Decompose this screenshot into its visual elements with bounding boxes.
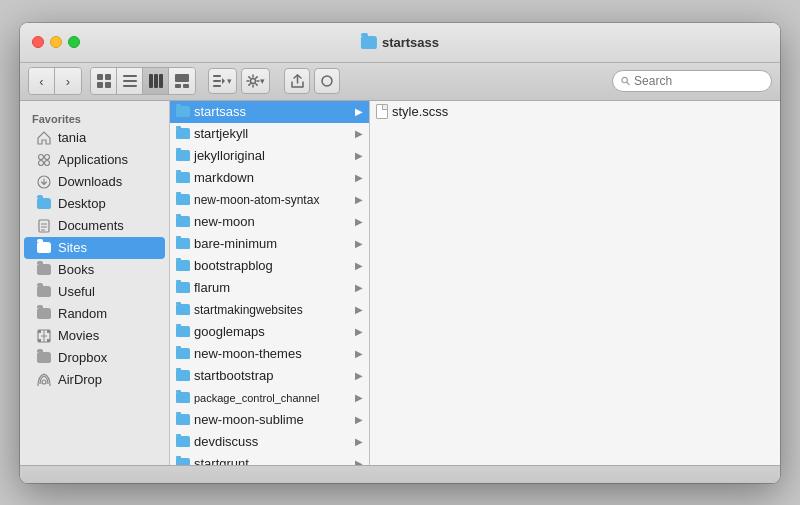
file-item-bareminimum[interactable]: bare-minimum ▶: [170, 233, 369, 255]
sidebar-section-title: Favorites: [20, 109, 169, 127]
svg-point-23: [39, 160, 44, 165]
folder-icon-bareminimum: [176, 238, 190, 249]
svg-rect-34: [47, 339, 50, 342]
random-folder-icon: [36, 306, 52, 322]
share-icon: [291, 74, 304, 88]
file-item-devdiscuss[interactable]: devdiscuss ▶: [170, 431, 369, 453]
file-item-newmoonatomsyntax[interactable]: new-moon-atom-syntax ▶: [170, 189, 369, 211]
file-item-bootstrapblog[interactable]: bootstrapblog ▶: [170, 255, 369, 277]
nav-buttons: ‹ ›: [28, 67, 82, 95]
action-button[interactable]: ▾: [241, 68, 270, 94]
sidebar-item-documents[interactable]: Documents: [24, 215, 165, 237]
file-item-startmakingwebsites[interactable]: startmakingwebsites ▶: [170, 299, 369, 321]
file-item-markdown[interactable]: markdown ▶: [170, 167, 369, 189]
titlebar: startsass: [20, 23, 780, 63]
arrange-icon: [213, 75, 225, 87]
sidebar-label-tania: tania: [58, 130, 86, 145]
svg-rect-15: [213, 85, 221, 87]
file-name-jekylloriginal: jekylloriginal: [194, 148, 265, 163]
view-icon-button[interactable]: [91, 68, 117, 94]
sidebar-item-desktop[interactable]: Desktop: [24, 193, 165, 215]
close-button[interactable]: [32, 36, 44, 48]
sidebar-label-sites: Sites: [58, 240, 87, 255]
file-item-newmoon[interactable]: new-moon ▶: [170, 211, 369, 233]
sidebar-label-useful: Useful: [58, 284, 95, 299]
sidebar-item-books[interactable]: Books: [24, 259, 165, 281]
view-column-button[interactable]: [143, 68, 169, 94]
svg-rect-10: [175, 74, 189, 82]
sidebar-item-tania[interactable]: tania: [24, 127, 165, 149]
file-name-newmoon: new-moon: [194, 214, 255, 229]
file-name-startgrunt: startgrunt: [194, 456, 249, 465]
svg-rect-33: [38, 339, 41, 342]
file-item-startbootstrap[interactable]: startbootstrap ▶: [170, 365, 369, 387]
svg-rect-1: [105, 74, 111, 80]
folder-icon-devdiscuss: [176, 436, 190, 447]
tag-button[interactable]: [314, 68, 340, 94]
cover-flow-icon: [175, 74, 189, 88]
sidebar-item-applications[interactable]: Applications: [24, 149, 165, 171]
folder-icon-googlemaps: [176, 326, 190, 337]
documents-icon: [36, 218, 52, 234]
minimize-button[interactable]: [50, 36, 62, 48]
file-item-startgrunt[interactable]: startgrunt ▶: [170, 453, 369, 465]
books-folder-icon: [36, 262, 52, 278]
sidebar-item-downloads[interactable]: Downloads: [24, 171, 165, 193]
folder-icon-startjekyll: [176, 128, 190, 139]
folder-icon-flarum: [176, 282, 190, 293]
file-name-flarum: flarum: [194, 280, 230, 295]
dropbox-folder-icon: [36, 350, 52, 366]
file-item-flarum[interactable]: flarum ▶: [170, 277, 369, 299]
sidebar-label-applications: Applications: [58, 152, 128, 167]
arrow-devdiscuss: ▶: [355, 436, 363, 447]
sidebar-label-desktop: Desktop: [58, 196, 106, 211]
title-folder-icon: [361, 36, 377, 49]
sidebar-item-sites[interactable]: Sites: [24, 237, 165, 259]
file-name-startmakingwebsites: startmakingwebsites: [194, 303, 303, 317]
search-box[interactable]: [612, 70, 772, 92]
search-input[interactable]: [634, 74, 763, 88]
svg-point-21: [39, 154, 44, 159]
svg-rect-7: [149, 74, 153, 88]
svg-rect-12: [183, 84, 189, 88]
folder-column: startsass ▶ startjekyll ▶ jekylloriginal…: [170, 101, 370, 465]
folder-icon-newmoonthemes: [176, 348, 190, 359]
arrange-dropdown-icon: ▾: [227, 76, 232, 86]
file-item-googlemaps[interactable]: googlemaps ▶: [170, 321, 369, 343]
view-cover-button[interactable]: [169, 68, 195, 94]
folder-icon-newmoon: [176, 216, 190, 227]
sidebar-item-dropbox[interactable]: Dropbox: [24, 347, 165, 369]
file-item-packagecontrolchannel[interactable]: package_control_channel ▶: [170, 387, 369, 409]
forward-button[interactable]: ›: [55, 68, 81, 94]
view-list-button[interactable]: [117, 68, 143, 94]
movies-icon: [36, 328, 52, 344]
file-name-packagecontrolchannel: package_control_channel: [194, 392, 319, 404]
svg-point-17: [251, 79, 256, 84]
file-item-newmoonsublime[interactable]: new-moon-sublime ▶: [170, 409, 369, 431]
maximize-button[interactable]: [68, 36, 80, 48]
file-item-jekylloriginal[interactable]: jekylloriginal ▶: [170, 145, 369, 167]
sidebar-item-random[interactable]: Random: [24, 303, 165, 325]
file-item-startjekyll[interactable]: startjekyll ▶: [170, 123, 369, 145]
arrow-packagecontrolchannel: ▶: [355, 392, 363, 403]
folder-icon-newmoonatomsyntax: [176, 194, 190, 205]
window-title: startsass: [361, 35, 439, 50]
arrow-flarum: ▶: [355, 282, 363, 293]
file-item-startsass[interactable]: startsass ▶: [170, 101, 369, 123]
file-name-newmoonthemes: new-moon-themes: [194, 346, 302, 361]
list-view-icon: [123, 74, 137, 88]
svg-point-24: [45, 160, 50, 165]
home-icon: [36, 130, 52, 146]
sidebar-item-airdrop[interactable]: AirDrop: [24, 369, 165, 391]
sidebar-item-movies[interactable]: Movies: [24, 325, 165, 347]
sidebar-item-useful[interactable]: Useful: [24, 281, 165, 303]
arrow-newmoonthemes: ▶: [355, 348, 363, 359]
file-item-newmoonthemes[interactable]: new-moon-themes ▶: [170, 343, 369, 365]
svg-line-20: [627, 82, 629, 84]
folder-icon-startmakingwebsites: [176, 304, 190, 315]
arrange-button[interactable]: ▾: [208, 68, 237, 94]
file-item-stylescss[interactable]: style.scss: [370, 101, 510, 123]
back-button[interactable]: ‹: [29, 68, 55, 94]
share-button[interactable]: [284, 68, 310, 94]
applications-icon: [36, 152, 52, 168]
